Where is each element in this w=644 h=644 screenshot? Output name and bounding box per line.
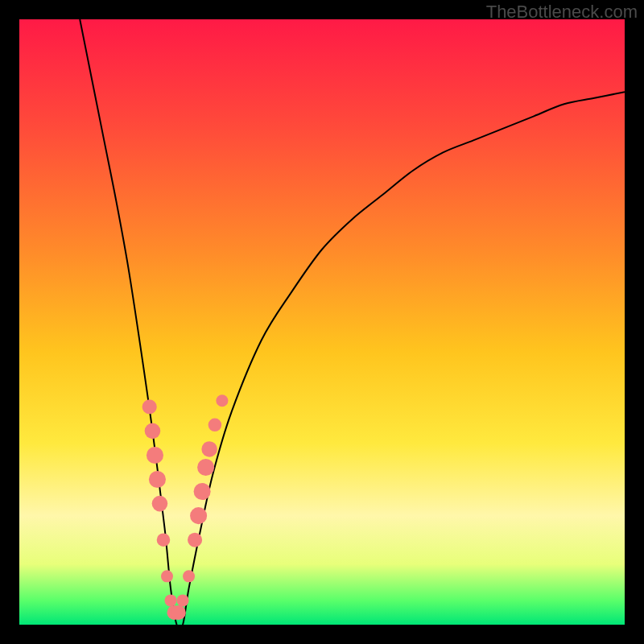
curve-marker — [201, 441, 217, 457]
curve-marker — [145, 423, 161, 440]
bottleneck-curve-svg — [19, 19, 625, 625]
curve-marker — [152, 496, 168, 512]
curve-marker — [183, 570, 195, 582]
curve-marker — [142, 399, 157, 414]
curve-marker — [177, 594, 189, 606]
curve-marker — [157, 533, 171, 547]
curve-markers-group — [142, 394, 229, 620]
curve-marker — [197, 459, 214, 476]
curve-marker — [194, 483, 211, 500]
curve-marker — [164, 594, 176, 606]
curve-marker — [149, 471, 166, 488]
chart-plot-area — [19, 19, 625, 625]
curve-marker — [208, 419, 222, 432]
curve-marker — [147, 447, 163, 464]
curve-marker — [188, 533, 202, 547]
curve-marker — [171, 605, 186, 620]
curve-marker — [190, 507, 207, 524]
curve-marker — [161, 570, 173, 582]
curve-marker — [216, 394, 228, 407]
